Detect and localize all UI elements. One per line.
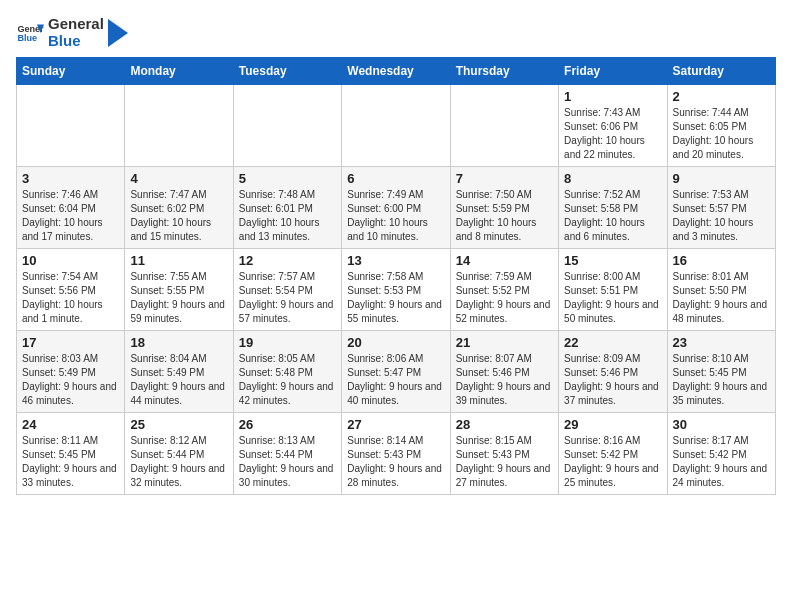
calendar-cell: 24Sunrise: 8:11 AM Sunset: 5:45 PM Dayli… [17,413,125,495]
svg-text:Blue: Blue [17,33,37,43]
day-number: 24 [22,417,119,432]
calendar-cell: 6Sunrise: 7:49 AM Sunset: 6:00 PM Daylig… [342,167,450,249]
day-info: Sunrise: 8:03 AM Sunset: 5:49 PM Dayligh… [22,352,119,408]
calendar-cell: 22Sunrise: 8:09 AM Sunset: 5:46 PM Dayli… [559,331,667,413]
week-row-4: 17Sunrise: 8:03 AM Sunset: 5:49 PM Dayli… [17,331,776,413]
calendar-cell: 7Sunrise: 7:50 AM Sunset: 5:59 PM Daylig… [450,167,558,249]
weekday-header-saturday: Saturday [667,58,775,85]
day-number: 1 [564,89,661,104]
day-number: 27 [347,417,444,432]
day-info: Sunrise: 8:00 AM Sunset: 5:51 PM Dayligh… [564,270,661,326]
day-number: 18 [130,335,227,350]
calendar-cell: 17Sunrise: 8:03 AM Sunset: 5:49 PM Dayli… [17,331,125,413]
day-info: Sunrise: 8:17 AM Sunset: 5:42 PM Dayligh… [673,434,770,490]
day-number: 25 [130,417,227,432]
calendar-cell: 26Sunrise: 8:13 AM Sunset: 5:44 PM Dayli… [233,413,341,495]
day-info: Sunrise: 7:55 AM Sunset: 5:55 PM Dayligh… [130,270,227,326]
day-number: 30 [673,417,770,432]
header: General Blue General Blue [16,16,776,49]
calendar-cell: 15Sunrise: 8:00 AM Sunset: 5:51 PM Dayli… [559,249,667,331]
day-number: 14 [456,253,553,268]
day-number: 7 [456,171,553,186]
day-info: Sunrise: 8:07 AM Sunset: 5:46 PM Dayligh… [456,352,553,408]
day-info: Sunrise: 8:15 AM Sunset: 5:43 PM Dayligh… [456,434,553,490]
week-row-1: 1Sunrise: 7:43 AM Sunset: 6:06 PM Daylig… [17,85,776,167]
day-number: 4 [130,171,227,186]
weekday-header-row: SundayMondayTuesdayWednesdayThursdayFrid… [17,58,776,85]
calendar-cell: 2Sunrise: 7:44 AM Sunset: 6:05 PM Daylig… [667,85,775,167]
day-number: 17 [22,335,119,350]
calendar-cell: 13Sunrise: 7:58 AM Sunset: 5:53 PM Dayli… [342,249,450,331]
weekday-header-thursday: Thursday [450,58,558,85]
calendar-cell: 5Sunrise: 7:48 AM Sunset: 6:01 PM Daylig… [233,167,341,249]
weekday-header-sunday: Sunday [17,58,125,85]
day-number: 22 [564,335,661,350]
calendar-cell: 28Sunrise: 8:15 AM Sunset: 5:43 PM Dayli… [450,413,558,495]
weekday-header-monday: Monday [125,58,233,85]
calendar-cell: 3Sunrise: 7:46 AM Sunset: 6:04 PM Daylig… [17,167,125,249]
day-number: 26 [239,417,336,432]
calendar-cell: 12Sunrise: 7:57 AM Sunset: 5:54 PM Dayli… [233,249,341,331]
day-info: Sunrise: 7:49 AM Sunset: 6:00 PM Dayligh… [347,188,444,244]
logo-icon: General Blue [16,19,44,47]
calendar-cell: 4Sunrise: 7:47 AM Sunset: 6:02 PM Daylig… [125,167,233,249]
day-info: Sunrise: 8:04 AM Sunset: 5:49 PM Dayligh… [130,352,227,408]
weekday-header-tuesday: Tuesday [233,58,341,85]
day-info: Sunrise: 7:53 AM Sunset: 5:57 PM Dayligh… [673,188,770,244]
week-row-5: 24Sunrise: 8:11 AM Sunset: 5:45 PM Dayli… [17,413,776,495]
day-number: 2 [673,89,770,104]
day-info: Sunrise: 7:54 AM Sunset: 5:56 PM Dayligh… [22,270,119,326]
day-info: Sunrise: 7:46 AM Sunset: 6:04 PM Dayligh… [22,188,119,244]
calendar-cell [342,85,450,167]
day-info: Sunrise: 8:11 AM Sunset: 5:45 PM Dayligh… [22,434,119,490]
logo-blue: Blue [48,33,104,50]
calendar-cell: 29Sunrise: 8:16 AM Sunset: 5:42 PM Dayli… [559,413,667,495]
day-info: Sunrise: 7:44 AM Sunset: 6:05 PM Dayligh… [673,106,770,162]
week-row-3: 10Sunrise: 7:54 AM Sunset: 5:56 PM Dayli… [17,249,776,331]
calendar-cell: 30Sunrise: 8:17 AM Sunset: 5:42 PM Dayli… [667,413,775,495]
calendar-cell: 27Sunrise: 8:14 AM Sunset: 5:43 PM Dayli… [342,413,450,495]
day-info: Sunrise: 8:01 AM Sunset: 5:50 PM Dayligh… [673,270,770,326]
logo-general: General [48,16,104,33]
day-info: Sunrise: 8:14 AM Sunset: 5:43 PM Dayligh… [347,434,444,490]
day-number: 11 [130,253,227,268]
calendar-cell: 8Sunrise: 7:52 AM Sunset: 5:58 PM Daylig… [559,167,667,249]
day-info: Sunrise: 8:10 AM Sunset: 5:45 PM Dayligh… [673,352,770,408]
day-number: 5 [239,171,336,186]
day-info: Sunrise: 8:05 AM Sunset: 5:48 PM Dayligh… [239,352,336,408]
day-info: Sunrise: 7:58 AM Sunset: 5:53 PM Dayligh… [347,270,444,326]
calendar-cell [17,85,125,167]
day-info: Sunrise: 8:12 AM Sunset: 5:44 PM Dayligh… [130,434,227,490]
logo: General Blue General Blue [16,16,128,49]
calendar-cell: 21Sunrise: 8:07 AM Sunset: 5:46 PM Dayli… [450,331,558,413]
calendar-cell: 25Sunrise: 8:12 AM Sunset: 5:44 PM Dayli… [125,413,233,495]
calendar-cell: 20Sunrise: 8:06 AM Sunset: 5:47 PM Dayli… [342,331,450,413]
day-number: 15 [564,253,661,268]
calendar-cell: 18Sunrise: 8:04 AM Sunset: 5:49 PM Dayli… [125,331,233,413]
day-number: 28 [456,417,553,432]
calendar-cell [125,85,233,167]
day-info: Sunrise: 7:43 AM Sunset: 6:06 PM Dayligh… [564,106,661,162]
day-info: Sunrise: 7:47 AM Sunset: 6:02 PM Dayligh… [130,188,227,244]
day-info: Sunrise: 8:13 AM Sunset: 5:44 PM Dayligh… [239,434,336,490]
day-number: 13 [347,253,444,268]
day-info: Sunrise: 7:57 AM Sunset: 5:54 PM Dayligh… [239,270,336,326]
day-number: 19 [239,335,336,350]
day-number: 16 [673,253,770,268]
day-info: Sunrise: 7:52 AM Sunset: 5:58 PM Dayligh… [564,188,661,244]
day-number: 3 [22,171,119,186]
day-info: Sunrise: 7:48 AM Sunset: 6:01 PM Dayligh… [239,188,336,244]
weekday-header-friday: Friday [559,58,667,85]
day-number: 6 [347,171,444,186]
day-info: Sunrise: 7:50 AM Sunset: 5:59 PM Dayligh… [456,188,553,244]
calendar-cell: 11Sunrise: 7:55 AM Sunset: 5:55 PM Dayli… [125,249,233,331]
day-number: 23 [673,335,770,350]
day-number: 21 [456,335,553,350]
calendar-cell: 16Sunrise: 8:01 AM Sunset: 5:50 PM Dayli… [667,249,775,331]
weekday-header-wednesday: Wednesday [342,58,450,85]
calendar-cell: 14Sunrise: 7:59 AM Sunset: 5:52 PM Dayli… [450,249,558,331]
week-row-2: 3Sunrise: 7:46 AM Sunset: 6:04 PM Daylig… [17,167,776,249]
calendar-cell: 9Sunrise: 7:53 AM Sunset: 5:57 PM Daylig… [667,167,775,249]
calendar-table: SundayMondayTuesdayWednesdayThursdayFrid… [16,57,776,495]
calendar-cell: 10Sunrise: 7:54 AM Sunset: 5:56 PM Dayli… [17,249,125,331]
